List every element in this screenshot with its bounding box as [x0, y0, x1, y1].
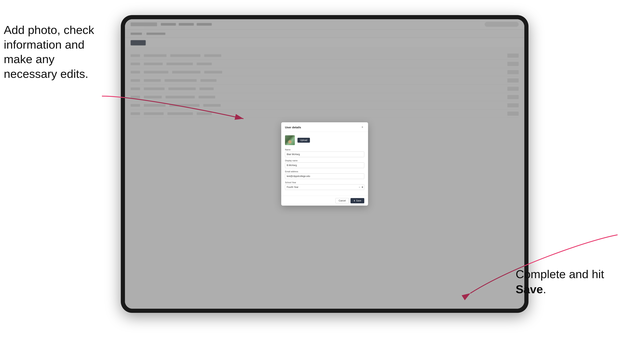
display-name-input[interactable] [285, 163, 364, 168]
upload-photo-button[interactable]: Upload [298, 138, 310, 143]
user-photo-thumbnail [285, 135, 295, 145]
chevron-up-icon [362, 186, 363, 187]
select-clear-icon[interactable]: × [358, 186, 360, 189]
annotation-left: Add photo, check information and make an… [4, 23, 110, 81]
close-icon[interactable]: × [360, 125, 364, 129]
tablet-device: › [121, 15, 528, 313]
modal-body: Upload Name Display name Email addre [281, 132, 368, 196]
save-button-label: Save [356, 199, 361, 202]
save-icon: ⬆ [354, 199, 355, 202]
user-details-modal: User details × Upload Name [281, 122, 368, 206]
tablet-screen: › [125, 19, 524, 309]
email-input[interactable] [285, 173, 364, 179]
name-label: Name [285, 149, 364, 151]
modal-footer: Cancel ⬆ Save [281, 196, 368, 206]
modal-overlay: User details × Upload Name [125, 19, 524, 309]
modal-title: User details [285, 126, 301, 129]
chevron-down-icon [362, 187, 363, 188]
school-year-label: School Year [285, 181, 364, 183]
email-label: Email address [285, 170, 364, 173]
photo-section: Upload [285, 135, 364, 145]
save-button[interactable]: ⬆ Save [350, 198, 364, 203]
name-field-group: Name [285, 149, 364, 157]
display-name-field-group: Display name [285, 160, 364, 168]
cancel-button[interactable]: Cancel [336, 198, 349, 203]
display-name-label: Display name [285, 160, 364, 162]
school-year-select-wrapper: × [285, 184, 364, 190]
select-arrows [362, 186, 363, 188]
email-field-group: Email address [285, 170, 364, 179]
modal-header: User details × [281, 122, 368, 132]
name-input[interactable] [285, 152, 364, 157]
school-year-input[interactable] [285, 184, 364, 190]
school-year-field-group: School Year × [285, 181, 364, 190]
